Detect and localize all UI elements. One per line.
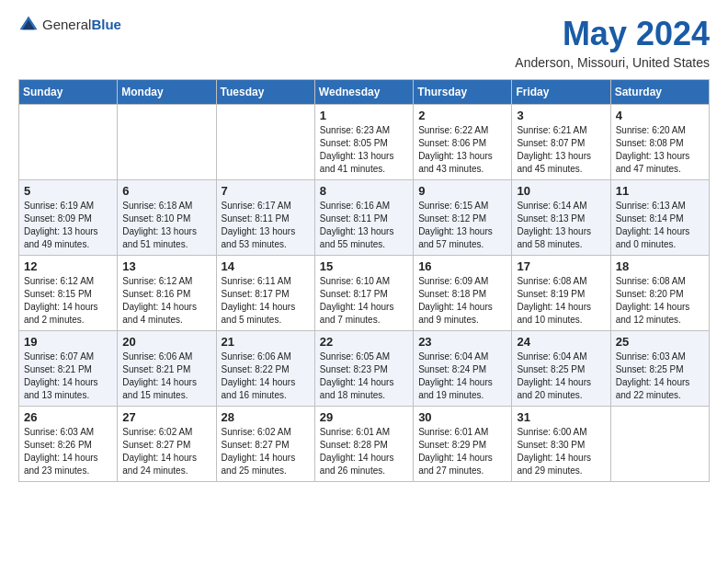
calendar-cell: 12Sunrise: 6:12 AMSunset: 8:15 PMDayligh… [19,256,118,331]
day-info: Sunrise: 6:04 AMSunset: 8:25 PMDaylight:… [517,350,605,402]
day-number: 11 [616,184,704,198]
day-info: Sunrise: 6:15 AMSunset: 8:12 PMDaylight:… [418,200,506,251]
calendar-cell: 30Sunrise: 6:01 AMSunset: 8:29 PMDayligh… [414,407,512,482]
day-number: 18 [616,259,704,273]
day-number: 19 [24,335,112,349]
calendar-cell: 28Sunrise: 6:02 AMSunset: 8:27 PMDayligh… [216,407,314,482]
day-info: Sunrise: 6:04 AMSunset: 8:24 PMDaylight:… [418,350,506,402]
day-info: Sunrise: 6:02 AMSunset: 8:27 PMDaylight:… [122,426,210,477]
calendar-cell: 26Sunrise: 6:03 AMSunset: 8:26 PMDayligh… [19,407,118,482]
day-info: Sunrise: 6:03 AMSunset: 8:25 PMDaylight:… [616,350,704,402]
day-number: 2 [418,109,506,122]
day-number: 26 [24,410,112,424]
calendar-cell: 10Sunrise: 6:14 AMSunset: 8:13 PMDayligh… [512,180,610,256]
weekday-header: Monday [118,80,216,105]
calendar-cell: 25Sunrise: 6:03 AMSunset: 8:25 PMDayligh… [610,331,709,407]
calendar-cell: 22Sunrise: 6:05 AMSunset: 8:23 PMDayligh… [314,331,413,407]
day-info: Sunrise: 6:11 AMSunset: 8:17 PMDaylight:… [222,275,310,327]
calendar-cell [118,105,216,180]
day-number: 3 [517,109,605,122]
calendar-cell: 3Sunrise: 6:21 AMSunset: 8:07 PMDaylight… [512,105,610,180]
day-number: 6 [122,184,210,198]
day-info: Sunrise: 6:05 AMSunset: 8:23 PMDaylight:… [320,350,408,402]
day-info: Sunrise: 6:21 AMSunset: 8:07 PMDaylight:… [517,124,605,176]
calendar-cell: 4Sunrise: 6:20 AMSunset: 8:08 PMDaylight… [610,105,709,180]
day-info: Sunrise: 6:09 AMSunset: 8:18 PMDaylight:… [418,275,506,327]
calendar-cell: 7Sunrise: 6:17 AMSunset: 8:11 PMDaylight… [216,180,314,256]
day-number: 13 [122,259,210,273]
calendar-cell: 17Sunrise: 6:08 AMSunset: 8:19 PMDayligh… [512,256,610,331]
day-info: Sunrise: 6:07 AMSunset: 8:21 PMDaylight:… [24,350,112,402]
calendar-cell: 13Sunrise: 6:12 AMSunset: 8:16 PMDayligh… [118,256,216,331]
calendar-cell [19,105,118,180]
weekday-header: Saturday [610,80,709,105]
day-info: Sunrise: 6:22 AMSunset: 8:06 PMDaylight:… [418,124,506,176]
day-number: 12 [24,259,112,273]
calendar-header-row: SundayMondayTuesdayWednesdayThursdayFrid… [19,80,710,105]
day-number: 17 [517,259,605,273]
calendar-cell: 19Sunrise: 6:07 AMSunset: 8:21 PMDayligh… [19,331,118,407]
weekday-header: Sunday [19,80,118,105]
day-number: 23 [418,335,506,349]
day-number: 15 [320,259,408,273]
day-info: Sunrise: 6:00 AMSunset: 8:30 PMDaylight:… [517,426,605,477]
calendar-week-row: 19Sunrise: 6:07 AMSunset: 8:21 PMDayligh… [19,331,710,407]
calendar-week-row: 5Sunrise: 6:19 AMSunset: 8:09 PMDaylight… [19,180,710,256]
day-number: 28 [222,410,310,424]
day-info: Sunrise: 6:03 AMSunset: 8:26 PMDaylight:… [24,426,112,477]
calendar-week-row: 26Sunrise: 6:03 AMSunset: 8:26 PMDayligh… [19,407,710,482]
calendar-cell: 5Sunrise: 6:19 AMSunset: 8:09 PMDaylight… [19,180,118,256]
day-info: Sunrise: 6:08 AMSunset: 8:20 PMDaylight:… [616,275,704,327]
month-title: May 2024 [515,15,710,53]
day-info: Sunrise: 6:01 AMSunset: 8:29 PMDaylight:… [418,426,506,477]
title-block: May 2024 Anderson, Missouri, United Stat… [515,15,710,70]
calendar-cell: 27Sunrise: 6:02 AMSunset: 8:27 PMDayligh… [118,407,216,482]
calendar-cell: 1Sunrise: 6:23 AMSunset: 8:05 PMDaylight… [314,105,413,180]
calendar-cell: 18Sunrise: 6:08 AMSunset: 8:20 PMDayligh… [610,256,709,331]
weekday-header: Friday [512,80,610,105]
logo-text-blue: Blue [91,17,121,32]
calendar-cell: 20Sunrise: 6:06 AMSunset: 8:21 PMDayligh… [118,331,216,407]
day-info: Sunrise: 6:12 AMSunset: 8:15 PMDaylight:… [24,275,112,327]
day-number: 30 [418,410,506,424]
day-info: Sunrise: 6:01 AMSunset: 8:28 PMDaylight:… [320,426,408,477]
calendar-cell [216,105,314,180]
calendar-cell: 29Sunrise: 6:01 AMSunset: 8:28 PMDayligh… [314,407,413,482]
weekday-header: Thursday [414,80,512,105]
day-number: 16 [418,259,506,273]
day-info: Sunrise: 6:10 AMSunset: 8:17 PMDaylight:… [320,275,408,327]
day-info: Sunrise: 6:17 AMSunset: 8:11 PMDaylight:… [222,200,310,251]
logo: GeneralBlue [18,15,121,35]
day-info: Sunrise: 6:06 AMSunset: 8:22 PMDaylight:… [222,350,310,402]
page-header: GeneralBlue May 2024 Anderson, Missouri,… [18,15,710,70]
calendar-cell: 14Sunrise: 6:11 AMSunset: 8:17 PMDayligh… [216,256,314,331]
day-info: Sunrise: 6:06 AMSunset: 8:21 PMDaylight:… [122,350,210,402]
day-info: Sunrise: 6:14 AMSunset: 8:13 PMDaylight:… [517,200,605,251]
weekday-header: Tuesday [216,80,314,105]
calendar-cell: 24Sunrise: 6:04 AMSunset: 8:25 PMDayligh… [512,331,610,407]
day-info: Sunrise: 6:18 AMSunset: 8:10 PMDaylight:… [122,200,210,251]
day-number: 8 [320,184,408,198]
calendar-cell: 9Sunrise: 6:15 AMSunset: 8:12 PMDaylight… [414,180,512,256]
day-number: 14 [222,259,310,273]
calendar-cell: 16Sunrise: 6:09 AMSunset: 8:18 PMDayligh… [414,256,512,331]
day-number: 10 [517,184,605,198]
day-info: Sunrise: 6:23 AMSunset: 8:05 PMDaylight:… [320,124,408,176]
calendar-cell [610,407,709,482]
day-info: Sunrise: 6:19 AMSunset: 8:09 PMDaylight:… [24,200,112,251]
day-number: 21 [222,335,310,349]
day-number: 20 [122,335,210,349]
day-info: Sunrise: 6:02 AMSunset: 8:27 PMDaylight:… [222,426,310,477]
day-info: Sunrise: 6:20 AMSunset: 8:08 PMDaylight:… [616,124,704,176]
day-number: 7 [222,184,310,198]
day-number: 1 [320,109,408,122]
calendar-cell: 21Sunrise: 6:06 AMSunset: 8:22 PMDayligh… [216,331,314,407]
calendar-week-row: 12Sunrise: 6:12 AMSunset: 8:15 PMDayligh… [19,256,710,331]
day-number: 29 [320,410,408,424]
location: Anderson, Missouri, United States [515,55,710,70]
calendar-cell: 8Sunrise: 6:16 AMSunset: 8:11 PMDaylight… [314,180,413,256]
calendar-cell: 2Sunrise: 6:22 AMSunset: 8:06 PMDaylight… [414,105,512,180]
calendar-week-row: 1Sunrise: 6:23 AMSunset: 8:05 PMDaylight… [19,105,710,180]
day-info: Sunrise: 6:08 AMSunset: 8:19 PMDaylight:… [517,275,605,327]
day-number: 4 [616,109,704,122]
